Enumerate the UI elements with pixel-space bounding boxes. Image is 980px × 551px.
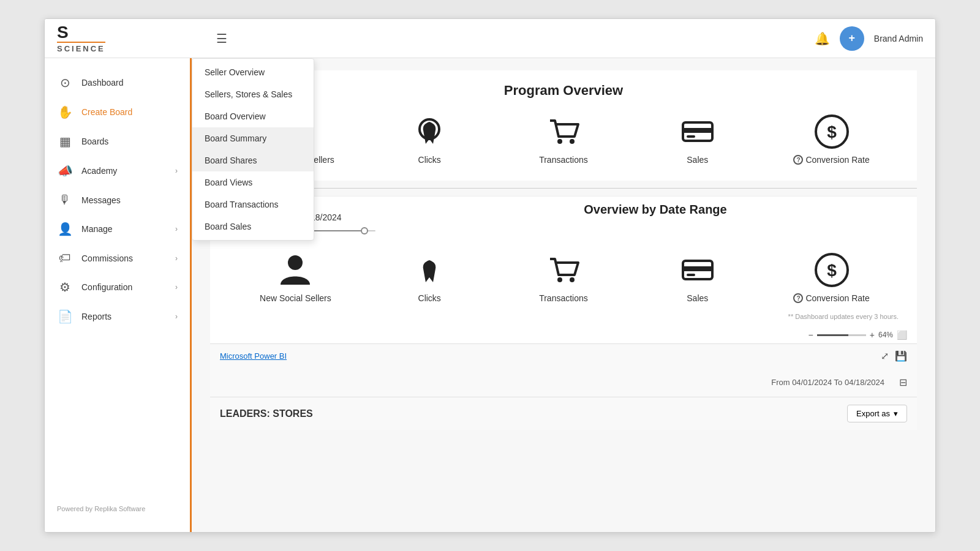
dashboard-note: ** Dashboard updates every 3 hours. [228,313,899,320]
save-icon[interactable]: 💾 [895,350,907,362]
svg-point-13 [570,277,575,282]
cart-icon [545,252,582,288]
date-range-section: Date 9/23/2023 4/18/2024 [210,196,917,326]
svg-rect-16 [687,274,695,276]
svg-point-4 [557,139,562,144]
metric-new-social-sellers: New Social Sellers [252,252,338,303]
cursor-icon [411,252,448,288]
sidebar-item-label: Dashboard [81,78,124,88]
info-icon[interactable]: ? [793,155,803,165]
powerbi-link[interactable]: Microsoft Power BI [220,351,287,361]
metric-clicks2: Clicks [386,252,472,303]
zoom-plus-button[interactable]: + [870,330,875,340]
dropdown-item-board-transactions[interactable]: Board Transactions [192,193,314,216]
filter-icon[interactable]: ⊟ [899,377,907,388]
dropdown-item-board-sales[interactable]: Board Sales [192,216,314,238]
sidebar-item-label: Manage [81,224,113,234]
sidebar-item-messages[interactable]: 🎙 Messages [45,186,190,214]
svg-rect-15 [683,266,712,271]
fullscreen-icon[interactable]: ⬜ [897,330,907,340]
dropdown-item-seller-overview[interactable]: Seller Overview [192,61,314,83]
boards-icon: ▦ [57,134,73,149]
reports-icon: 📄 [57,309,73,324]
metric-label: New Social Sellers [260,293,331,303]
sidebar-item-label: Create Board [81,107,132,117]
metric-label: Transactions [539,155,588,165]
chevron-right-icon: › [175,225,178,233]
user-name: Brand Admin [874,34,923,43]
zoom-slider[interactable] [817,334,866,336]
sidebar-item-manage[interactable]: 👤 Manage › [45,214,190,244]
info-icon[interactable]: ? [793,293,803,303]
svg-rect-8 [687,135,695,138]
export-button[interactable]: Export as ▾ [847,405,907,422]
sidebar-footer: Powered by Replika Software [45,495,190,522]
sidebar: ⊙ Dashboard ✋ Create Board ▦ Boards 📣 Ac… [45,58,192,532]
topbar: S SCIENCE ☰ 🔔 + Brand Admin [45,19,935,58]
svg-text:$: $ [827,261,837,280]
program-overview-metrics: Active Social Sellers Clicks [228,113,899,165]
program-overview-title: Program Overview [228,83,899,99]
dropdown-item-board-shares[interactable]: Board Shares [192,149,314,171]
svg-point-11 [288,255,303,270]
overview-by-date-metrics: New Social Sellers Clicks [228,252,899,303]
dropdown-item-board-views[interactable]: Board Views [192,171,314,193]
svg-point-12 [557,277,562,282]
sidebar-item-label: Messages [81,195,121,205]
powerbi-bar: Microsoft Power BI ⤢ 💾 [210,343,917,368]
dropdown-item-board-summary[interactable]: Board Summary [192,127,314,149]
metric-label: Transactions [539,293,588,303]
sidebar-item-create-board[interactable]: ✋ Create Board [45,97,190,127]
notification-bell-icon[interactable]: 🔔 [815,31,830,46]
chevron-right-icon: › [175,254,178,263]
create-board-icon: ✋ [57,105,73,119]
zoom-minus-button[interactable]: − [809,330,813,340]
messages-icon: 🎙 [57,193,73,207]
zoom-level: 64% [878,331,893,339]
sidebar-item-configuration[interactable]: ⚙ Configuration › [45,272,190,302]
sidebar-item-label: Reports [81,312,111,321]
metric-conversion-rate2: $ ? Conversion Rate [789,252,875,303]
avatar[interactable]: + [840,26,864,51]
main-layout: ⊙ Dashboard ✋ Create Board ▦ Boards 📣 Ac… [45,58,935,532]
dropdown-item-sellers-stores-sales[interactable]: Sellers, Stores & Sales [192,83,314,105]
metric-label: ? Conversion Rate [793,155,869,165]
date-filter-bar: From 04/01/2024 To 04/18/2024 ⊟ [210,368,917,397]
sidebar-item-commissions[interactable]: 🏷 Commissions › [45,244,190,272]
sidebar-item-boards[interactable]: ▦ Boards [45,127,190,156]
configuration-icon: ⚙ [57,280,73,294]
share-icon[interactable]: ⤢ [881,350,889,362]
chevron-right-icon: › [175,312,178,321]
dollar-circle-icon: $ [813,113,850,150]
slider-thumb-right[interactable] [361,227,368,234]
commissions-icon: 🏷 [57,251,73,265]
svg-text:$: $ [827,122,837,141]
powerbi-icons: ⤢ 💾 [881,350,907,362]
metric-label: Sales [687,155,708,165]
chevron-right-icon: › [175,283,178,291]
divider [210,188,917,189]
sidebar-item-label: Academy [81,166,117,176]
leaders-title: LEADERS: STORES [220,408,313,419]
person-icon [277,252,314,288]
cursor-icon [411,113,448,150]
metric-sales: Sales [655,113,741,165]
overview-by-date-header: Overview by Date Range [412,203,899,227]
card-icon [679,252,716,288]
cart-icon [545,113,582,150]
hamburger-menu-icon[interactable]: ☰ [216,31,227,46]
chevron-right-icon: › [175,167,178,175]
metric-label: Sales [687,293,708,303]
zoom-slider-fill [817,334,848,336]
metric-sales2: Sales [655,252,741,303]
dropdown-item-board-overview[interactable]: Board Overview [192,105,314,127]
sidebar-item-academy[interactable]: 📣 Academy › [45,156,190,186]
sidebar-item-dashboard[interactable]: ⊙ Dashboard [45,68,190,97]
metric-transactions: Transactions [521,113,606,165]
metric-conversion-rate: $ ? Conversion Rate [789,113,875,165]
sidebar-item-reports[interactable]: 📄 Reports › [45,302,190,331]
svg-rect-7 [683,128,712,133]
metric-transactions2: Transactions [521,252,606,303]
manage-icon: 👤 [57,222,73,236]
date-range-text: From 04/01/2024 To 04/18/2024 [761,373,894,392]
